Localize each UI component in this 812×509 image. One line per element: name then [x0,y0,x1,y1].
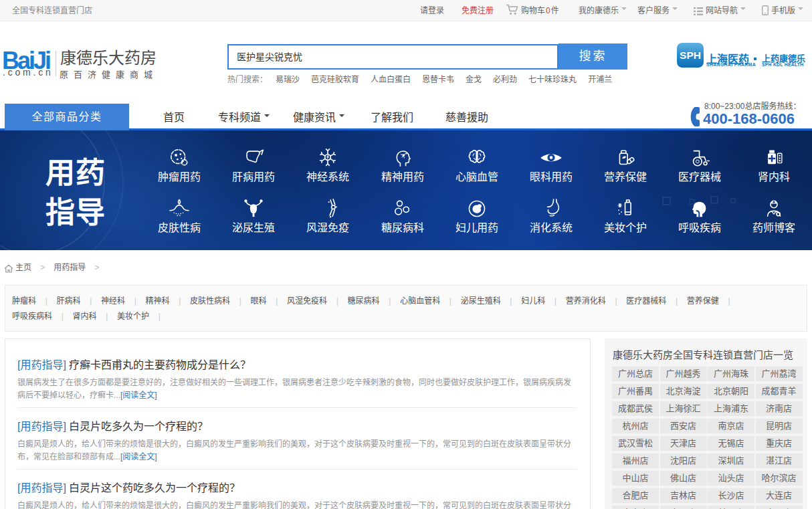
svg-text:SPH: SPH [680,49,701,61]
